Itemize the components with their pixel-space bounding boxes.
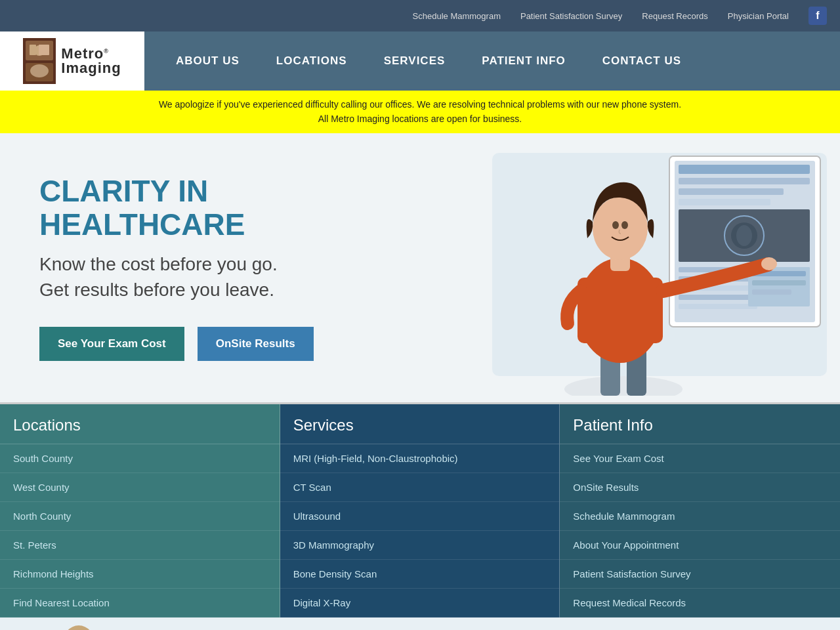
locations-items: South County West County North County St… — [0, 444, 280, 618]
nav-locations[interactable]: LOCATIONS — [258, 32, 366, 91]
svg-rect-12 — [679, 188, 784, 195]
services-items: MRI (High-Field, Non-Claustrophobic) CT … — [280, 444, 560, 618]
location-find-nearest[interactable]: Find Nearest Location — [0, 589, 280, 618]
logo-imaging: Imaging — [61, 61, 121, 75]
bottom-grid: Locations South County West County North… — [0, 402, 840, 618]
alert-line2: All Metro Imaging locations are open for… — [13, 112, 827, 126]
see-exam-cost-button[interactable]: See Your Exam Cost — [39, 327, 184, 361]
nav-services[interactable]: SERVICES — [366, 32, 464, 91]
location-north-county[interactable]: North County — [0, 502, 280, 531]
logo-text: Metro® Imaging — [61, 47, 121, 75]
nav-patient-info[interactable]: PATIENT INFO — [463, 32, 584, 91]
onsite-results-button[interactable]: OnSite Results — [198, 327, 314, 361]
top-utility-bar: Schedule Mammogram Patient Satisfaction … — [0, 0, 840, 32]
alert-banner: We apologize if you've experienced diffi… — [0, 91, 840, 133]
logo-area: Metro® Imaging — [0, 32, 144, 91]
svg-point-4 — [30, 64, 49, 77]
service-ultrasound[interactable]: Ultrasound — [280, 502, 560, 531]
bottom-preview-figure — [39, 618, 118, 630]
svg-rect-26 — [752, 289, 791, 295]
hero-subtitle: Know the cost before you go. Get results… — [39, 251, 407, 303]
service-3d-mammography[interactable]: 3D Mammography — [280, 531, 560, 560]
service-mri[interactable]: MRI (High-Field, Non-Claustrophobic) — [280, 444, 560, 473]
patient-info-column: Patient Info See Your Exam Cost OnSite R… — [560, 404, 840, 618]
hero-content: CLARITY IN HEALTHCARE Know the cost befo… — [39, 175, 407, 361]
location-richmond-heights[interactable]: Richmond Heights — [0, 560, 280, 589]
patient-schedule-mammogram[interactable]: Schedule Mammogram — [560, 502, 840, 531]
logo-metro: Metro® — [61, 47, 121, 61]
patient-see-exam-cost[interactable]: See Your Exam Cost — [560, 444, 840, 473]
location-west-county[interactable]: West County — [0, 473, 280, 502]
hero-subtitle-line1: Know the cost before you go. — [39, 254, 278, 274]
hero-title: CLARITY IN HEALTHCARE — [39, 175, 407, 241]
nav-contact-us[interactable]: CONTACT US — [584, 32, 700, 91]
svg-point-38 — [62, 625, 95, 630]
hero-illustration — [472, 146, 840, 396]
services-column: Services MRI (High-Field, Non-Claustroph… — [280, 404, 560, 618]
alert-line1: We apologize if you've experienced diffi… — [13, 97, 827, 112]
svg-point-36 — [621, 221, 628, 229]
logo-image-icon — [23, 38, 56, 84]
site-header: Metro® Imaging ABOUT US LOCATIONS SERVIC… — [0, 32, 840, 91]
patient-info-header: Patient Info — [560, 404, 840, 444]
facebook-icon[interactable]: f — [808, 7, 827, 25]
svg-point-27 — [564, 376, 682, 396]
svg-rect-11 — [679, 178, 810, 184]
patient-about-appointment[interactable]: About Your Appointment — [560, 531, 840, 560]
hero-image-area — [472, 146, 840, 396]
svg-rect-13 — [679, 199, 770, 205]
nav-about-us[interactable]: ABOUT US — [158, 32, 258, 91]
topbar-request-records[interactable]: Request Records — [642, 11, 707, 21]
patient-satisfaction-survey[interactable]: Patient Satisfaction Survey — [560, 560, 840, 589]
locations-column: Locations South County West County North… — [0, 404, 280, 618]
svg-point-17 — [736, 225, 752, 246]
patient-info-items: See Your Exam Cost OnSite Results Schedu… — [560, 444, 840, 618]
patient-onsite-results[interactable]: OnSite Results — [560, 473, 840, 502]
topbar-physician-portal[interactable]: Physician Portal — [728, 11, 789, 21]
topbar-patient-survey[interactable]: Patient Satisfaction Survey — [520, 11, 622, 21]
topbar-schedule-mammogram[interactable]: Schedule Mammogram — [413, 11, 501, 21]
svg-rect-6 — [39, 45, 49, 55]
service-digital-xray[interactable]: Digital X-Ray — [280, 589, 560, 618]
patient-request-records[interactable]: Request Medical Records — [560, 589, 840, 618]
hero-section: CLARITY IN HEALTHCARE Know the cost befo… — [0, 133, 840, 402]
main-navigation: ABOUT US LOCATIONS SERVICES PATIENT INFO… — [144, 32, 840, 91]
svg-point-35 — [612, 221, 619, 229]
service-bone-density[interactable]: Bone Density Scan — [280, 560, 560, 589]
bottom-preview-strip: Schedule Mamm… — [0, 618, 840, 630]
svg-point-32 — [761, 257, 777, 270]
svg-rect-25 — [752, 280, 806, 285]
svg-rect-10 — [679, 165, 810, 174]
svg-rect-22 — [679, 304, 757, 309]
svg-rect-31 — [578, 278, 663, 343]
hero-subtitle-line2: Get results before you leave. — [39, 280, 274, 300]
service-ct-scan[interactable]: CT Scan — [280, 473, 560, 502]
location-south-county[interactable]: South County — [0, 444, 280, 473]
services-header: Services — [280, 404, 560, 444]
svg-rect-5 — [30, 45, 36, 55]
hero-buttons: See Your Exam Cost OnSite Results — [39, 327, 407, 361]
locations-header: Locations — [0, 404, 280, 444]
location-st-peters[interactable]: St. Peters — [0, 531, 280, 560]
